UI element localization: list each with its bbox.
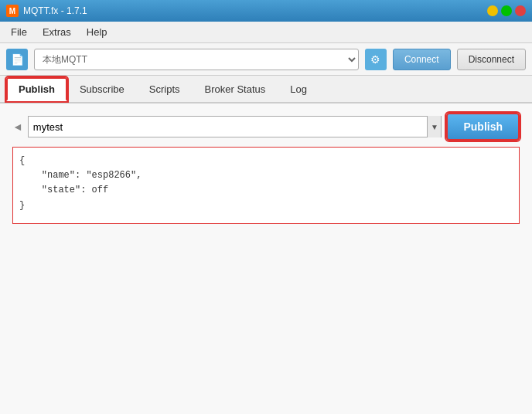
tab-subscribe[interactable]: Subscribe xyxy=(67,77,137,101)
topic-input-wrapper: ▼ xyxy=(28,116,442,137)
broker-select[interactable]: 本地MQTT xyxy=(34,49,359,70)
message-area[interactable]: { "name": "esp8266", "state": off } xyxy=(12,147,520,224)
tab-scripts[interactable]: Scripts xyxy=(137,77,193,101)
disconnect-button[interactable]: Disconnect xyxy=(457,49,526,70)
tab-broker-status[interactable]: Broker Status xyxy=(193,77,278,101)
chevron-down-icon: ▼ xyxy=(431,123,438,131)
menu-file[interactable]: File xyxy=(3,23,35,41)
tab-publish[interactable]: Publish xyxy=(6,77,67,101)
app-icon: M xyxy=(6,5,19,17)
toolbar: 📄 本地MQTT ⚙ Connect Disconnect xyxy=(0,43,532,76)
menu-extras[interactable]: Extras xyxy=(35,23,79,41)
back-arrow-icon[interactable]: ◄ xyxy=(12,120,23,133)
connect-button[interactable]: Connect xyxy=(393,49,451,70)
main-content: ◄ ▼ Publish { "name": "esp8266", "state"… xyxy=(0,104,532,414)
publish-button[interactable]: Publish xyxy=(446,113,520,141)
close-button[interactable] xyxy=(515,5,526,16)
gear-button[interactable]: ⚙ xyxy=(365,49,387,70)
menu-bar: File Extras Help xyxy=(0,22,532,43)
gear-icon: ⚙ xyxy=(370,53,380,66)
maximize-button[interactable] xyxy=(501,5,512,16)
document-icon: 📄 xyxy=(11,53,24,66)
tab-bar: Publish Subscribe Scripts Broker Status … xyxy=(0,76,532,104)
title-bar: M MQTT.fx - 1.7.1 xyxy=(0,0,532,22)
minimize-button[interactable] xyxy=(487,5,498,16)
title-bar-text: MQTT.fx - 1.7.1 xyxy=(23,5,487,16)
broker-icon: 📄 xyxy=(6,49,28,70)
publish-panel: ◄ ▼ Publish { "name": "esp8266", "state"… xyxy=(0,104,532,414)
menu-help[interactable]: Help xyxy=(79,23,115,41)
window-controls xyxy=(487,5,526,16)
topic-row: ◄ ▼ Publish xyxy=(12,113,520,141)
tab-log[interactable]: Log xyxy=(278,77,319,101)
topic-dropdown-button[interactable]: ▼ xyxy=(427,116,441,137)
topic-input[interactable] xyxy=(29,117,428,137)
